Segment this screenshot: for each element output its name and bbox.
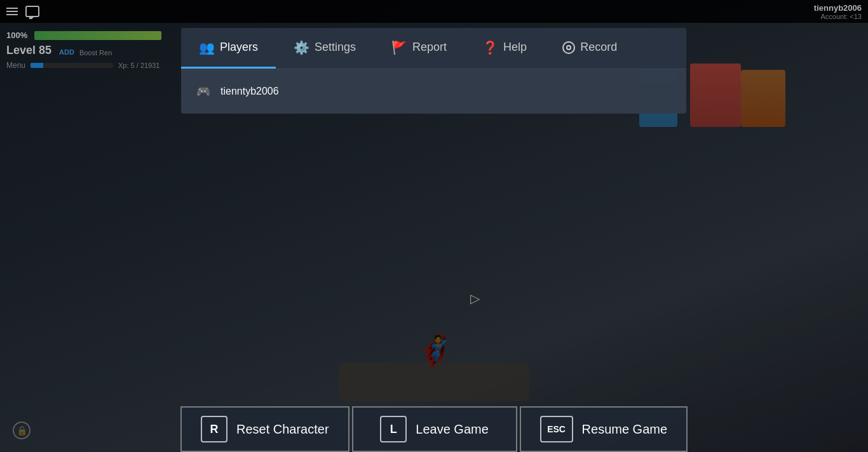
bottom-buttons: R Reset Character L Leave Game ESC Resum…	[0, 406, 868, 452]
resume-game-button[interactable]: ESC Resume Game	[520, 406, 688, 452]
leave-game-button[interactable]: L Leave Game	[352, 406, 517, 452]
players-icon: 👥	[199, 40, 215, 55]
player-avatar: 🎮	[194, 82, 213, 101]
resume-game-label: Resume Game	[582, 422, 668, 437]
report-icon: 🚩	[391, 40, 407, 55]
players-list: 🎮 tienntyb2006	[181, 69, 686, 114]
player-item[interactable]: 🎮 tienntyb2006	[181, 73, 686, 110]
reset-character-label: Reset Character	[236, 422, 329, 437]
tab-help-label: Help	[503, 41, 527, 54]
tab-settings-label: Settings	[315, 41, 356, 54]
menu-panel: 👥 Players ⚙️ Settings 🚩 Report ❓ Help Re…	[181, 28, 686, 114]
player-name: tienntyb2006	[220, 86, 279, 97]
tab-help[interactable]: ❓ Help	[465, 28, 545, 69]
reset-key-badge: R	[201, 416, 227, 442]
tabs-bar: 👥 Players ⚙️ Settings 🚩 Report ❓ Help Re…	[181, 28, 686, 69]
record-icon	[562, 41, 575, 54]
resume-key-badge: ESC	[540, 416, 573, 442]
tab-settings[interactable]: ⚙️ Settings	[276, 28, 374, 69]
leave-key-badge: L	[380, 416, 407, 442]
tab-report[interactable]: 🚩 Report	[374, 28, 465, 69]
tab-record-label: Record	[580, 41, 617, 54]
settings-icon: ⚙️	[294, 40, 309, 55]
tab-players[interactable]: 👥 Players	[181, 28, 276, 69]
tab-record[interactable]: Record	[545, 28, 635, 69]
reset-character-button[interactable]: R Reset Character	[180, 406, 349, 452]
tab-report-label: Report	[412, 41, 447, 54]
help-icon: ❓	[482, 40, 498, 55]
leave-game-label: Leave Game	[416, 422, 489, 437]
tab-players-label: Players	[220, 41, 258, 54]
